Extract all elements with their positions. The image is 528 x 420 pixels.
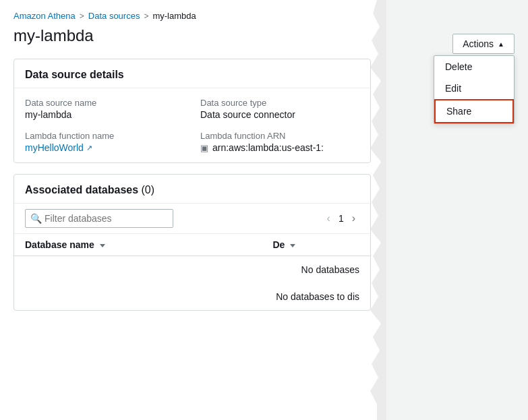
external-link-icon: ↗ [86,144,92,152]
actions-button[interactable]: Actions ▲ [452,34,515,54]
no-data-subtitle: No databases to dis [14,283,370,310]
databases-card: Associated databases (0) 🔍 ‹ 1 › [13,174,371,311]
table-header-row: Database name De [14,234,370,256]
detail-label-lambda-name: Lambda function name [25,131,184,141]
col-de: De [262,234,370,256]
breadcrumb-datasources-link[interactable]: Data sources [88,11,140,21]
dropdown-item-share[interactable]: Share [434,99,514,123]
databases-header: Associated databases (0) [14,175,370,204]
details-grid: Data source name my-lambda Data source t… [25,98,359,153]
detail-datasource-type: Data source type Data source connector [200,98,359,120]
actions-area: Actions ▲ Delete Edit Share [452,34,515,54]
copy-icon[interactable]: ▣ [200,143,208,153]
filter-wrap: 🔍 [25,209,173,228]
detail-lambda-arn: Lambda function ARN ▣ arn:aws:lambda:us-… [200,131,359,153]
dropdown-item-delete[interactable]: Delete [434,56,514,78]
arn-value: ▣ arn:aws:lambda:us-east-1: [200,142,359,153]
databases-title: Associated databases (0) [25,184,154,196]
detail-label-name: Data source name [25,98,184,108]
detail-label-lambda-arn: Lambda function ARN [200,131,359,141]
page-number: 1 [339,213,344,224]
breadcrumb-current: my-lambda [152,11,196,21]
breadcrumb-app-link[interactable]: Amazon Athena [13,11,76,21]
detail-value-type: Data source connector [200,109,359,120]
next-page-button[interactable]: › [348,211,359,226]
arn-text: arn:aws:lambda:us-east-1: [212,142,324,153]
filter-databases-input[interactable] [25,209,173,228]
breadcrumb: Amazon Athena > Data sources > my-lambda [13,11,371,21]
prev-page-button[interactable]: ‹ [323,211,334,226]
no-data-sub-row: No databases to dis [14,283,370,310]
filter-pagination-row: 🔍 ‹ 1 › [14,204,370,234]
page-title: my-lambda [13,26,371,45]
datasource-details-title: Data source details [25,69,359,81]
detail-label-type: Data source type [200,98,359,108]
datasource-details-header: Data source details [14,59,370,88]
sort-icon-dbname [100,244,105,247]
actions-triangle-icon: ▲ [498,40,504,48]
no-data-title: No databases [14,256,370,284]
detail-value-name: my-lambda [25,109,184,120]
databases-table: Database name De No databases N [14,234,370,310]
breadcrumb-sep1: > [80,11,84,21]
no-data-row: No databases [14,256,370,284]
datasource-details-body: Data source name my-lambda Data source t… [14,88,370,162]
lambda-name-link[interactable]: myHelloWorld ↗ [25,142,184,153]
search-icon: 🔍 [30,213,42,224]
datasource-details-card: Data source details Data source name my-… [13,59,371,163]
detail-lambda-name: Lambda function name myHelloWorld ↗ [25,131,184,153]
pagination: ‹ 1 › [323,211,359,226]
sort-icon-de [290,244,295,247]
dropdown-item-edit[interactable]: Edit [434,78,514,99]
detail-datasource-name: Data source name my-lambda [25,98,184,120]
col-database-name: Database name [14,234,262,256]
breadcrumb-sep2: > [144,11,148,21]
actions-dropdown: Delete Edit Share [434,55,515,124]
